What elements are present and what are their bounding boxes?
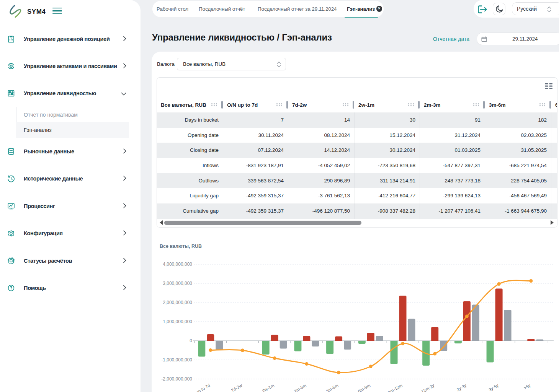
svg-text:-1,000,000,000: -1,000,000,000 xyxy=(161,357,192,363)
svg-text:3m-6m: 3m-6m xyxy=(325,383,339,392)
svg-text:4,000,000,000: 4,000,000,000 xyxy=(163,262,192,267)
svg-text:O/N up to 7d: O/N up to 7d xyxy=(187,383,211,392)
svg-text:-2,000,000,000: -2,000,000,000 xyxy=(161,376,192,382)
svg-text:3,000,000,000: 3,000,000,000 xyxy=(163,281,192,286)
svg-text:1,000,000,000: 1,000,000,000 xyxy=(163,319,192,324)
svg-text:2,000,000,000: 2,000,000,000 xyxy=(163,300,192,305)
svg-text:2m-3m: 2m-3m xyxy=(293,383,307,392)
svg-text:0: 0 xyxy=(190,338,192,343)
svg-text:7d-2w: 7d-2w xyxy=(230,383,243,392)
svg-text:2y-3y: 2y-3y xyxy=(456,383,467,392)
svg-text:>5y: >5y xyxy=(523,383,531,390)
svg-text:12m-2y: 12m-2y xyxy=(420,383,435,392)
svg-text:3y-5y: 3y-5y xyxy=(488,383,499,392)
svg-text:9m-12m: 9m-12m xyxy=(387,383,403,392)
svg-text:2w-1m: 2w-1m xyxy=(262,383,275,392)
svg-text:6m-9m: 6m-9m xyxy=(357,383,371,392)
